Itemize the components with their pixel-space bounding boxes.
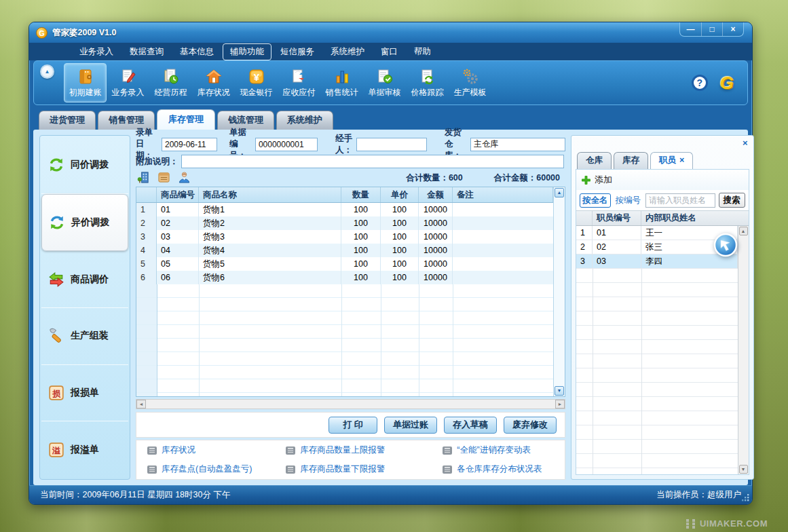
toolbar-item-stock-status[interactable]: 库存状况: [192, 63, 235, 102]
table-vertical-scrollbar[interactable]: ▲ ▼: [553, 187, 565, 396]
link-warehouse-distribution[interactable]: 各仓库库存分布状况表: [443, 463, 563, 475]
toolbar-item-sales-stats[interactable]: 销售统计: [320, 63, 363, 102]
staff-panel-icon[interactable]: [178, 171, 191, 186]
filter-by-name[interactable]: 按全名: [580, 193, 611, 208]
menu-auxiliary[interactable]: 辅助功能: [223, 43, 271, 60]
help-icon[interactable]: ?: [692, 75, 708, 91]
toolbar-item-business-history[interactable]: 经营历程: [149, 63, 192, 102]
toolbar-item-cash-bank[interactable]: ¥ 现金银行: [235, 63, 278, 102]
add-row: 添加: [576, 170, 749, 190]
search-row: 按全名 按编号 搜索: [576, 190, 749, 210]
table-row[interactable]: 101货物110010010000: [136, 203, 553, 216]
document-arrows-icon: [290, 67, 308, 86]
panel-close-icon[interactable]: ×: [743, 138, 748, 147]
menu-sms-service[interactable]: 短信服务: [273, 43, 322, 60]
staff-search-input[interactable]: [645, 193, 715, 208]
sidebar-item-price-adjust[interactable]: 商品调价: [41, 251, 128, 308]
tab-close-icon[interactable]: ×: [679, 155, 684, 165]
resize-grip-icon[interactable]: [742, 494, 749, 501]
handler-input[interactable]: [356, 138, 427, 151]
warehouse-panel-icon[interactable]: [137, 171, 150, 186]
report-doc-icon: [147, 446, 157, 455]
staff-table-body: 101王一 202张三 303李四 ▲ ▼: [576, 226, 749, 474]
link-stock-status[interactable]: 库存状况: [147, 444, 286, 456]
sidebar-item-same-price-transfer[interactable]: 同价调拨: [41, 137, 128, 194]
cell-code: 02: [157, 216, 199, 230]
search-button[interactable]: 搜索: [719, 193, 745, 208]
sidebar-item-production-assembly[interactable]: 生产组装: [41, 308, 128, 365]
post-document-button[interactable]: 单据过账: [384, 417, 437, 434]
watermark-text: UIMAKER.COM: [700, 518, 768, 529]
table-row[interactable]: 303货物310010010000: [136, 230, 553, 244]
price-arrows-icon: [48, 271, 64, 288]
table-horizontal-scrollbar[interactable]: ◄ ►: [136, 399, 565, 409]
menu-help[interactable]: 帮助: [407, 43, 438, 60]
document-pen-icon: [119, 67, 137, 86]
link-label: 库存盘点(自动盘盈盘亏): [162, 463, 252, 475]
link-allround-change-table[interactable]: “全能”进销存变动表: [443, 444, 563, 456]
link-stock-lower-alarm[interactable]: 库存商品数量下限报警: [286, 463, 443, 475]
stock-panel-icon[interactable]: [157, 171, 170, 186]
menu-window[interactable]: 窗口: [373, 43, 405, 60]
warehouse-input[interactable]: [470, 138, 565, 151]
cell-price: 100: [381, 244, 419, 257]
scroll-up-icon[interactable]: ▲: [555, 188, 564, 197]
scroll-down-icon[interactable]: ▼: [739, 465, 748, 474]
table-row[interactable]: 505货物510010010000: [136, 257, 553, 271]
link-stock-upper-alarm[interactable]: 库存商品数量上限报警: [286, 444, 443, 456]
toolbar-item-initial-setup[interactable]: 初期建账: [64, 63, 107, 102]
cell-amount: 10000: [419, 203, 453, 216]
menu-system-maintenance[interactable]: 系统维护: [323, 43, 372, 60]
sidebar-item-diff-price-transfer[interactable]: 异价调拨: [41, 194, 128, 252]
document-sync-icon: [418, 67, 436, 86]
svg-text:损: 损: [52, 389, 61, 398]
note-input[interactable]: [181, 155, 565, 168]
toolbar-item-doc-audit[interactable]: 单据审核: [363, 63, 406, 102]
tab-staff[interactable]: 职员×: [650, 152, 693, 169]
close-button[interactable]: ×: [722, 22, 743, 36]
scroll-left-icon[interactable]: ◄: [136, 400, 146, 408]
filter-by-code[interactable]: 按编号: [614, 194, 643, 207]
maximize-button[interactable]: □: [701, 22, 722, 36]
toolbar-right-group: ? G: [692, 61, 734, 104]
date-input[interactable]: [162, 138, 217, 151]
doc-number-input[interactable]: [255, 138, 318, 151]
menu-data-query[interactable]: 数据查询: [122, 43, 171, 60]
toolbar-item-price-tracking[interactable]: 价格跟踪: [406, 63, 449, 102]
toolbar-item-receivable-payable[interactable]: 应收应付: [278, 63, 320, 102]
tab-warehouse[interactable]: 仓库: [577, 152, 612, 169]
scroll-down-icon[interactable]: ▼: [555, 386, 564, 396]
staff-vertical-scrollbar[interactable]: ▲ ▼: [738, 226, 749, 474]
menu-business-entry[interactable]: 业务录入: [72, 43, 121, 60]
discard-changes-button[interactable]: 废弃修改: [504, 417, 557, 434]
tab-maintenance[interactable]: 系统维护: [276, 111, 333, 130]
toolbar-item-label: 应收应付: [283, 87, 316, 98]
save-draft-button[interactable]: 存入草稿: [444, 417, 497, 434]
add-button[interactable]: 添加: [595, 174, 612, 186]
total-qty-value: 600: [449, 173, 463, 183]
print-button[interactable]: 打 印: [329, 417, 377, 434]
minimize-button[interactable]: —: [680, 22, 701, 36]
menu-basic-info[interactable]: 基本信息: [172, 43, 221, 60]
table-row[interactable]: 404货物410010010000: [136, 244, 553, 257]
table-row[interactable]: 202货物210010010000: [136, 216, 553, 230]
tab-stock[interactable]: 库存: [614, 152, 648, 169]
cell-price: 100: [381, 203, 419, 216]
toolbar-item-production-template[interactable]: 生产模板: [449, 63, 491, 102]
link-label: “全能”进销存变动表: [457, 444, 530, 456]
table-row[interactable]: 606货物610010010000: [136, 271, 553, 284]
toolbar-item-business-entry[interactable]: 业务录入: [107, 63, 149, 102]
cell-amount: 10000: [419, 257, 453, 271]
scroll-right-icon[interactable]: ►: [555, 400, 565, 408]
form-row-2: 附加说明：: [136, 153, 565, 170]
sidebar-item-overflow-report[interactable]: 溢 报溢单: [41, 421, 128, 478]
tab-inventory[interactable]: 库存管理: [157, 109, 215, 130]
sidebar-item-loss-report[interactable]: 损 报损单: [41, 365, 128, 422]
scroll-up-icon[interactable]: ▲: [739, 227, 748, 235]
window-controls: — □ ×: [679, 22, 744, 37]
tab-purchase[interactable]: 进货管理: [39, 111, 96, 130]
loss-stamp-icon: 损: [48, 385, 64, 401]
brand-g-icon: G: [720, 73, 734, 94]
toolbar-collapse-button[interactable]: ▲: [40, 64, 54, 79]
link-stocktake[interactable]: 库存盘点(自动盘盈盘亏): [147, 463, 286, 475]
